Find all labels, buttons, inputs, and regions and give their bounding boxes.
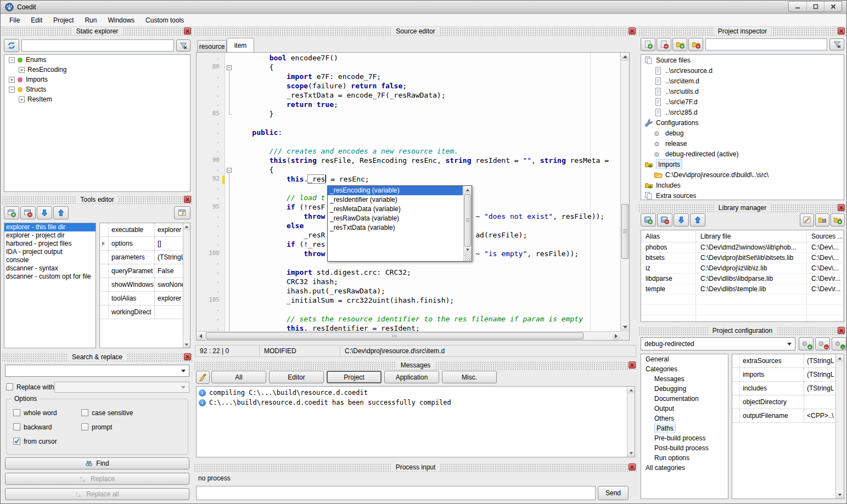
vscroll-thumb[interactable]: [621, 204, 629, 259]
completion-item[interactable]: _resRawData (variable): [328, 214, 463, 223]
property-row[interactable]: options[]: [100, 237, 183, 251]
minus-expander-icon[interactable]: −: [9, 57, 15, 63]
scroll-left-icon[interactable]: [197, 332, 205, 340]
category-tree-node[interactable]: Pre-build process: [641, 433, 728, 443]
close-icon[interactable]: [629, 27, 636, 35]
symbol-tree-node[interactable]: −Enums: [4, 55, 190, 65]
filter-editor[interactable]: Editor: [269, 371, 324, 383]
find-button[interactable]: Find: [5, 457, 189, 469]
property-value[interactable]: <CPP>..\: [804, 412, 835, 420]
add-tool-button[interactable]: [4, 206, 19, 219]
close-icon[interactable]: [184, 353, 191, 360]
close-icon[interactable]: [629, 361, 636, 369]
project-tree-node[interactable]: Includes: [641, 180, 844, 190]
symbol-tree-node[interactable]: +Imports: [4, 75, 190, 84]
backward-checkbox[interactable]: [13, 423, 20, 431]
configuration-combobox[interactable]: debug-redirected: [641, 337, 795, 350]
move-tool-down-button[interactable]: [37, 206, 52, 219]
execute-tool-button[interactable]: [174, 206, 190, 219]
filter-project[interactable]: Project: [327, 371, 382, 383]
search-term-combobox[interactable]: [5, 365, 189, 377]
code-line[interactable]: // sets the resource identifier to the r…: [235, 315, 620, 324]
menu-item-custom-tools[interactable]: Custom tools: [140, 15, 189, 26]
popup-scroll-thumb[interactable]: [464, 194, 471, 247]
category-tree-node[interactable]: Post-build process: [641, 443, 728, 453]
prompt-checkbox[interactable]: [81, 423, 88, 431]
replace-all-button[interactable]: ba Replace all: [5, 488, 189, 500]
project-tree-node[interactable]: Source files: [641, 55, 844, 65]
menu-item-project[interactable]: Project: [48, 15, 79, 26]
project-tree-node[interactable]: Imports: [641, 159, 844, 169]
add-library-folder-button[interactable]: [831, 213, 845, 226]
project-tree-node[interactable]: ..\src\utils.d: [641, 86, 844, 97]
add-configuration-button[interactable]: ⚙+: [799, 337, 814, 350]
symbol-tree-node[interactable]: +ResItem: [4, 94, 190, 104]
property-row[interactable]: imports(TStringL: [732, 368, 835, 382]
editor-vscrollbar[interactable]: [620, 53, 629, 331]
category-tree-node[interactable]: Categories: [641, 364, 728, 374]
edit-library-button[interactable]: [800, 213, 814, 226]
scroll-up-icon[interactable]: [464, 186, 472, 194]
column-header-sources-[interactable]: Sources ...: [807, 230, 844, 242]
property-row[interactable]: executableexplorer: [100, 223, 183, 237]
plus-expander-icon[interactable]: +: [19, 97, 25, 103]
code-line[interactable]: /// creates and encodes a new resource i…: [235, 147, 620, 156]
move-library-down-button[interactable]: [674, 213, 689, 226]
remove-library-button[interactable]: [657, 213, 672, 226]
symbol-tree-node[interactable]: +ResEncoding: [4, 65, 190, 75]
fold-collapse-icon[interactable]: −: [227, 65, 232, 70]
category-tree-node[interactable]: Others: [641, 414, 728, 423]
library-row[interactable]: bitsetsC:\Dev\dproj\bitSet\lib\bitsets.l…: [641, 253, 844, 263]
code-line[interactable]: public:: [235, 128, 620, 138]
refresh-button[interactable]: [4, 39, 19, 52]
close-icon[interactable]: [838, 27, 845, 35]
filter-clear-button[interactable]: [176, 39, 190, 52]
completion-item[interactable]: _resMetaData (variable): [328, 205, 463, 214]
process-input-field[interactable]: [196, 486, 596, 500]
category-tree-node[interactable]: Run options: [641, 453, 728, 463]
close-icon[interactable]: [838, 327, 845, 334]
library-row[interactable]: phobosC:\Dev\dmd2\windows\lib\phob...C:\…: [641, 242, 844, 253]
grid-scrollbar[interactable]: [835, 354, 844, 499]
project-tree-node[interactable]: ..\src\e7F.d: [641, 97, 844, 107]
tool-list-item[interactable]: dscanner - syntax: [4, 264, 96, 273]
code-line[interactable]: [235, 119, 620, 128]
code-line[interactable]: _initialSum = crc322uint(ihash.finish);: [235, 296, 620, 305]
remove-configuration-button[interactable]: ⚙−: [815, 337, 830, 350]
scroll-up-icon[interactable]: [621, 53, 629, 61]
fold-collapse-icon[interactable]: −: [227, 168, 232, 173]
category-tree-node[interactable]: General: [641, 354, 728, 364]
completion-item[interactable]: _resTxtData (variable): [328, 223, 463, 233]
property-row[interactable]: extraSources(TStringL: [732, 354, 835, 368]
expand-arrow-icon[interactable]: [102, 241, 105, 246]
close-icon[interactable]: [184, 27, 191, 35]
message-row[interactable]: iC:\...\build\resource.d.coedit has been…: [197, 398, 626, 407]
add-file-button[interactable]: [641, 38, 655, 51]
symbol-search-input[interactable]: [21, 39, 174, 52]
remove-tool-button[interactable]: [20, 206, 36, 219]
project-tree-node[interactable]: ⚙debug-redirected (active): [641, 149, 844, 159]
case-sensitive-checkbox[interactable]: [81, 409, 88, 416]
scroll-down-icon[interactable]: [183, 341, 190, 348]
property-value[interactable]: (TStringL: [804, 384, 835, 392]
scroll-up-icon[interactable]: [183, 223, 190, 230]
tool-list-item[interactable]: console: [4, 256, 96, 264]
property-value[interactable]: swoNone: [155, 281, 183, 288]
filter-clear-button[interactable]: [829, 38, 844, 50]
property-value[interactable]: (TStringL: [155, 253, 183, 261]
remove-file-button[interactable]: [657, 38, 671, 51]
close-icon[interactable]: [629, 463, 636, 471]
code-line[interactable]: return true;: [235, 100, 620, 110]
project-tree-node[interactable]: ⚙debug: [641, 128, 844, 138]
scroll-down-icon[interactable]: [621, 323, 629, 331]
clear-messages-button[interactable]: [196, 371, 210, 384]
resize-grip[interactable]: [464, 254, 471, 261]
move-tool-up-button[interactable]: [53, 206, 69, 219]
scroll-up-icon[interactable]: [836, 354, 844, 362]
tool-list-item[interactable]: harbored - project files: [4, 240, 96, 248]
tab-item[interactable]: item: [227, 38, 254, 52]
menu-item-run[interactable]: Run: [79, 15, 102, 26]
close-icon[interactable]: [184, 196, 191, 203]
message-row[interactable]: icompiling C:\...\build\resource.d.coedi…: [197, 388, 626, 398]
category-tree-node[interactable]: Paths: [641, 423, 728, 433]
